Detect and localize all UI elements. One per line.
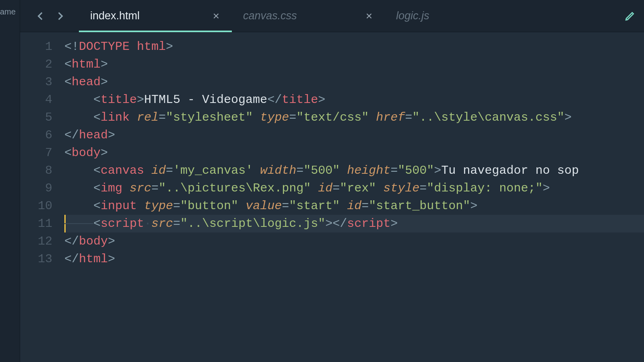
code-line[interactable]: <!DOCTYPE html>	[64, 38, 644, 56]
line-number-gutter: 12345678910111213	[20, 38, 64, 362]
code-line[interactable]: </html>	[64, 250, 644, 268]
tab-index-html[interactable]: index.html×	[79, 0, 232, 32]
code-editor[interactable]: 12345678910111213 <!DOCTYPE html><html><…	[20, 32, 644, 362]
pencil-icon	[625, 11, 635, 21]
code-line[interactable]: <input type="button" value="start" id="s…	[64, 197, 644, 215]
code-area[interactable]: <!DOCTYPE html><html><head> <title>HTML5…	[64, 38, 644, 362]
tab-label: logic.js	[396, 10, 526, 22]
tab-label: canvas.css	[243, 10, 349, 22]
tab-canvas-css[interactable]: canvas.css×	[232, 0, 385, 32]
app-root: ame index.html×canvas.css×logic.js 12345…	[0, 0, 644, 362]
nav-back-button[interactable]	[33, 8, 48, 24]
code-line[interactable]: <body>	[64, 144, 644, 162]
code-line[interactable]: </body>	[64, 232, 644, 250]
tabs-container: index.html×canvas.css×logic.js	[79, 0, 616, 32]
tab-nav	[20, 0, 79, 32]
line-number: 13	[20, 250, 52, 268]
code-line[interactable]: <canvas id='my_canvas' width="500" heigh…	[64, 162, 644, 179]
code-line[interactable]: </head>	[64, 126, 644, 144]
line-number: 7	[20, 144, 52, 162]
code-line[interactable]: <img src="..\pictures\Rex.png" id="rex" …	[64, 179, 644, 197]
code-line[interactable]: ————<script·src="..\script\logic.js"></s…	[64, 215, 644, 232]
sidebar[interactable]: ame	[0, 0, 20, 362]
tab-bar: index.html×canvas.css×logic.js	[20, 0, 644, 32]
line-number: 9	[20, 179, 52, 197]
code-line[interactable]: <html>	[64, 56, 644, 73]
code-line[interactable]: <title>HTML5 - Videogame</title>	[64, 91, 644, 109]
line-number: 2	[20, 56, 52, 73]
line-number: 1	[20, 38, 52, 56]
main-column: index.html×canvas.css×logic.js 123456789…	[20, 0, 644, 362]
chevron-left-icon	[35, 11, 46, 21]
line-number: 3	[20, 73, 52, 91]
nav-forward-button[interactable]	[52, 8, 68, 24]
chevron-right-icon	[55, 11, 65, 21]
code-line[interactable]: <head>	[64, 73, 644, 91]
tab-close-button[interactable]: ×	[212, 12, 221, 21]
edit-button[interactable]	[616, 0, 644, 32]
project-name-fragment: ame	[0, 7, 20, 16]
tab-label: index.html	[90, 10, 196, 22]
line-number: 8	[20, 162, 52, 179]
line-number: 6	[20, 126, 52, 144]
line-number: 4	[20, 91, 52, 109]
tab-logic-js[interactable]: logic.js	[385, 0, 538, 32]
line-number: 10	[20, 197, 52, 215]
tab-close-button[interactable]: ×	[365, 12, 374, 21]
line-number: 11	[20, 215, 52, 232]
code-line[interactable]: <link rel="stylesheet" type="text/css" h…	[64, 109, 644, 126]
line-number: 5	[20, 109, 52, 126]
line-number: 12	[20, 232, 52, 250]
